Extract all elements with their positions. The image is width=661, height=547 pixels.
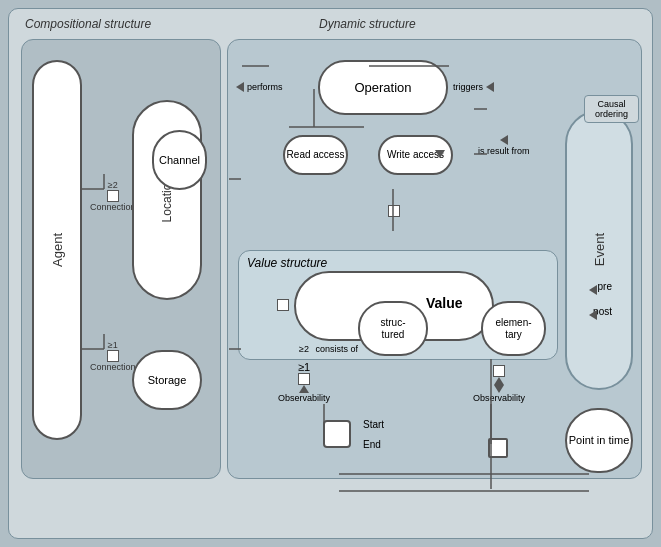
storage-node: Storage [132, 350, 202, 410]
is-result-label: is result from [478, 147, 530, 157]
point-in-time-node: Point in time [565, 408, 633, 473]
read-access-node: Read access [283, 135, 348, 175]
value-label: Value [426, 295, 463, 311]
connection1-square [107, 190, 119, 202]
connection2-label: Connection [90, 362, 136, 372]
value-structure-label: Value structure [247, 256, 327, 270]
connection2-square [107, 350, 119, 362]
triggers-arrow [486, 82, 494, 92]
structured-label: struc-tured [381, 317, 406, 341]
observability1-label: Observability [278, 393, 330, 403]
obs1-sq-up [298, 373, 310, 393]
value-big-pill: struc-tured Value elemen-tary [294, 271, 494, 341]
start-label: Start [363, 419, 384, 430]
dynamic-panel: Operation performs triggers is result fr… [227, 39, 642, 479]
dynamic-label: Dynamic structure [319, 17, 416, 31]
main-diagram: Compositional structure Dynamic structur… [8, 8, 653, 539]
is-result-connector: is result from [478, 135, 530, 157]
ge2-label: ≥2 [108, 180, 118, 190]
connection1-label: Connection [90, 202, 136, 212]
consists-of-connector: ≥2 consists of [299, 344, 358, 354]
observability1-connector: ≥1 Observability [278, 361, 330, 403]
ge1-label: ≥1 [108, 340, 118, 350]
compositional-label: Compositional structure [25, 17, 151, 31]
channel-node: Channel [152, 130, 207, 190]
is-result-arrow [500, 135, 508, 145]
triggers-connector: triggers [453, 82, 494, 92]
connection2-connector: ≥1 Connection [90, 340, 136, 372]
agent-label: Agent [50, 233, 65, 267]
operation-label: Operation [354, 80, 411, 95]
causal-ordering-label: Causal ordering [595, 99, 628, 119]
value-left-square [277, 299, 289, 311]
connection1-connector: ≥2 Connection [90, 180, 136, 212]
storage-label: Storage [148, 374, 187, 386]
observability2-connector: Observability [473, 365, 525, 403]
obs2-sq-up [493, 365, 505, 393]
post-arrow [589, 310, 597, 322]
elementary-node: elemen-tary [481, 301, 546, 356]
agent-node: Agent [32, 60, 82, 440]
consists-of-label: consists of [315, 344, 358, 354]
observability2-label: Observability [473, 393, 525, 403]
read-access-label: Read access [287, 149, 345, 161]
channel-label: Channel [159, 154, 200, 166]
triggers-label: triggers [453, 82, 483, 92]
pre-arrow [589, 285, 597, 297]
middle-square [388, 205, 400, 217]
ge2-val-label: ≥2 [299, 344, 309, 354]
structured-node: struc-tured [358, 301, 428, 356]
write-access-arrow [435, 148, 445, 160]
elementary-label: elemen-tary [495, 317, 531, 341]
location-node: Location [132, 100, 202, 300]
pre-label: pre [598, 281, 612, 292]
event-node: Event [565, 110, 633, 390]
end-square [488, 438, 508, 458]
performs-connector: performs [236, 82, 283, 92]
causal-ordering-box: Causal ordering [584, 95, 639, 123]
performs-arrow [236, 82, 244, 92]
compositional-panel: Agent ≥2 Connection ≥1 Connection Locati… [21, 39, 221, 479]
end-label: End [363, 439, 381, 450]
start-end-square [323, 420, 351, 448]
value-panel: Value structure struc-tured Value elemen… [238, 250, 558, 360]
performs-label: performs [247, 82, 283, 92]
point-in-time-label: Point in time [569, 433, 630, 447]
operation-node: Operation [318, 60, 448, 115]
ge1-obs-label: ≥1 [298, 361, 310, 373]
event-label: Event [592, 233, 607, 266]
